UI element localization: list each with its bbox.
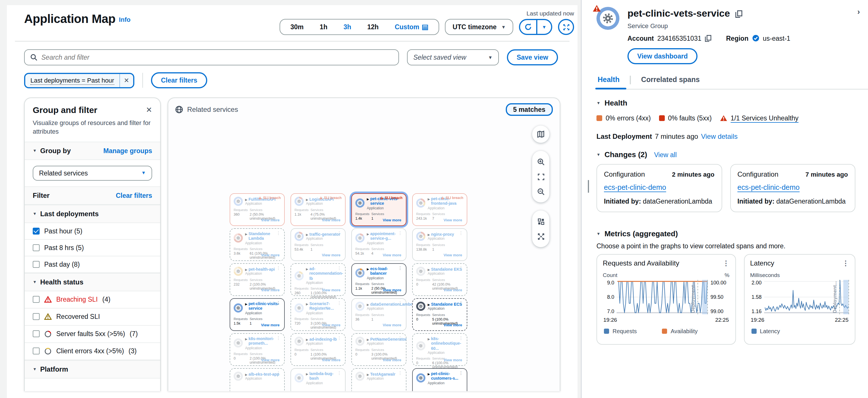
service-card[interactable]: ⋮ ▶Scenario7-RegisterNe... Application R… <box>290 298 346 331</box>
kebab-menu-icon[interactable]: ⋮ <box>398 335 402 341</box>
group-by-select[interactable]: Related services ▼ <box>33 165 152 180</box>
service-card[interactable]: ⋮ ▶lambda-bug-bash Application <box>290 368 346 391</box>
fullscreen-button[interactable] <box>558 19 574 35</box>
checkbox[interactable] <box>33 227 40 234</box>
tab-health[interactable]: Health <box>596 76 621 89</box>
service-card[interactable]: ⋮ ▶ad-indexing-lb Application RequestsSe… <box>290 333 346 366</box>
checkbox[interactable] <box>33 330 40 337</box>
filter-section-header[interactable]: ▼ Health status <box>25 273 160 291</box>
kebab-menu-icon[interactable]: ⋮ <box>276 335 281 341</box>
filter-section-header[interactable]: ▼ Last deployments <box>25 204 160 223</box>
service-card[interactable]: ⋮ ▶traffic-generator Application Request… <box>290 228 346 261</box>
service-card[interactable]: ⋮ ▶Standalone Lambda Application Request… <box>229 228 285 261</box>
kebab-menu-icon[interactable]: ⋮ <box>459 335 463 341</box>
service-card[interactable]: ⋮ ▶nginx-proxy Application RequestsServi… <box>412 228 467 261</box>
view-more-link[interactable]: View more <box>322 323 340 327</box>
service-card[interactable]: SLI breach ▶pet-clinic-frontend-java App… <box>412 193 467 226</box>
chevron-down-icon[interactable]: ▼ <box>596 232 600 236</box>
service-card[interactable]: ⋮ ▶appointment-service-g... Application … <box>351 228 406 261</box>
view-all-link[interactable]: View all <box>654 151 677 158</box>
refresh-button[interactable] <box>520 20 536 34</box>
view-more-link[interactable]: View more <box>383 288 401 292</box>
checkbox[interactable] <box>33 347 40 355</box>
service-card[interactable]: ⋮ ▶dataGenerationLambda Application Requ… <box>351 298 406 331</box>
time-range-1h[interactable]: 1h <box>312 24 336 30</box>
service-card[interactable]: ⋮ ▶PetNameGenerator Application Requests… <box>351 333 406 366</box>
view-more-link[interactable]: View more <box>383 253 401 257</box>
panel-resize-handle[interactable] <box>588 180 589 193</box>
legend-item-availability[interactable]: Availability <box>662 328 698 334</box>
kebab-menu-icon[interactable]: ⋮ <box>276 300 281 306</box>
save-view-button[interactable]: Save view <box>507 49 558 65</box>
service-card[interactable]: ⋮ ▶pet-clinic-visits-service Application… <box>229 298 285 331</box>
view-more-link[interactable]: View more <box>261 253 280 257</box>
view-more-link[interactable]: View more <box>322 253 340 257</box>
zoom-in-button[interactable] <box>532 154 549 169</box>
kebab-menu-icon[interactable]: ⋮ <box>459 231 463 236</box>
service-card[interactable]: SLI breach ▶LogisticsAPI Application Req… <box>290 193 346 226</box>
service-card[interactable]: ⋮ ▶ecs-load-balancer Application Request… <box>351 263 406 296</box>
clear-filters-link[interactable]: Clear filters <box>116 192 152 199</box>
zoom-out-button[interactable] <box>532 184 549 199</box>
kebab-menu-icon[interactable]: ⋮ <box>276 370 281 376</box>
legend-item-latency[interactable]: Latency <box>751 328 780 334</box>
kebab-menu-icon[interactable]: ⋮ <box>398 266 402 271</box>
chart-plot[interactable]: Deployment... <box>764 280 849 314</box>
filter-option-row[interactable]: Server faults 5xx (>5%) (7) <box>25 326 160 343</box>
service-card[interactable]: ⋮ ▶Standalone ECS Application RequestsSe… <box>412 298 467 331</box>
kebab-menu-icon[interactable]: ⋮ <box>337 335 342 341</box>
checkbox[interactable] <box>33 313 40 320</box>
service-card[interactable]: SLI breach ▶FulfillmentAPI Application R… <box>229 193 285 226</box>
service-card[interactable]: ⋮ ▶k8s-onlineboutique-60... Application … <box>412 333 467 366</box>
zoom-fit-button[interactable] <box>532 169 549 184</box>
timezone-select[interactable]: UTC timezone ▼ <box>445 19 513 35</box>
kebab-menu-icon[interactable]: ⋮ <box>398 231 402 236</box>
services-unhealthy-link[interactable]: 1/1 Services Unhealthy <box>731 115 799 122</box>
service-card[interactable]: ⋮ ▶ad-recommendation-lb Application Requ… <box>290 263 346 296</box>
filter-option-row[interactable]: Past day (8) <box>25 256 160 273</box>
view-more-link[interactable]: View more <box>322 218 340 222</box>
time-range-30m[interactable]: 30m <box>282 24 312 30</box>
kebab-menu-icon[interactable]: ⋮ <box>842 259 849 267</box>
kebab-menu-icon[interactable]: ⋮ <box>459 370 463 376</box>
view-more-link[interactable]: View more <box>383 323 401 327</box>
matches-badge[interactable]: 5 matches <box>505 103 553 116</box>
tab-correlated-spans[interactable]: Correlated spans <box>640 76 701 89</box>
kebab-menu-icon[interactable]: ⋮ <box>398 370 402 376</box>
filter-section-header[interactable]: ▼ Platform <box>25 360 160 378</box>
view-more-link[interactable]: View more <box>383 218 401 222</box>
chart-plot[interactable]: Deployment... <box>617 280 708 314</box>
minimap-toggle-button[interactable] <box>532 126 549 143</box>
refresh-options-button[interactable]: ▼ <box>536 20 551 34</box>
kebab-menu-icon[interactable]: ⋮ <box>337 266 342 271</box>
view-more-link[interactable]: View more <box>383 358 401 362</box>
filter-option-row[interactable]: Past hour (5) <box>25 223 160 239</box>
view-more-link[interactable]: View more <box>443 323 462 327</box>
kebab-menu-icon[interactable]: ⋮ <box>398 300 402 306</box>
legend-item-requests[interactable]: Requests <box>604 328 637 334</box>
view-dashboard-button[interactable]: View dashboard <box>627 48 698 64</box>
time-range-12h[interactable]: 12h <box>360 24 387 30</box>
kebab-menu-icon[interactable]: ⋮ <box>337 231 342 236</box>
view-more-link[interactable]: View more <box>261 218 280 222</box>
view-more-link[interactable]: View more <box>443 358 462 362</box>
view-more-link[interactable]: View more <box>443 218 462 222</box>
view-more-link[interactable]: View more <box>443 253 462 257</box>
close-icon[interactable]: ✕ <box>146 105 152 114</box>
chevron-down-icon[interactable]: ▼ <box>596 101 600 105</box>
kebab-menu-icon[interactable]: ⋮ <box>722 259 730 267</box>
time-range-custom[interactable]: Custom <box>386 24 437 30</box>
filter-option-row[interactable]: Recovered SLI <box>25 308 160 326</box>
view-more-link[interactable]: View more <box>261 323 280 327</box>
service-card[interactable]: ⋮ ▶Standalone EKS Application RequestsSe… <box>412 263 467 296</box>
change-resource-link[interactable]: ecs-pet-clinic-demo <box>604 184 666 192</box>
kebab-menu-icon[interactable]: ⋮ <box>459 266 463 271</box>
copy-icon[interactable] <box>705 35 711 41</box>
view-more-link[interactable]: View more <box>322 288 340 292</box>
remove-filter-button[interactable]: ✕ <box>119 74 133 87</box>
service-card[interactable]: ⋮ ▶pet-clinic-customers-s... Application <box>412 368 467 391</box>
change-resource-link[interactable]: ecs-pet-clinic-demo <box>737 184 800 192</box>
filter-option-row[interactable]: Client errors 4xx (>5%) (3) <box>25 343 160 360</box>
copy-icon[interactable] <box>735 10 742 18</box>
checkbox[interactable] <box>33 296 40 303</box>
